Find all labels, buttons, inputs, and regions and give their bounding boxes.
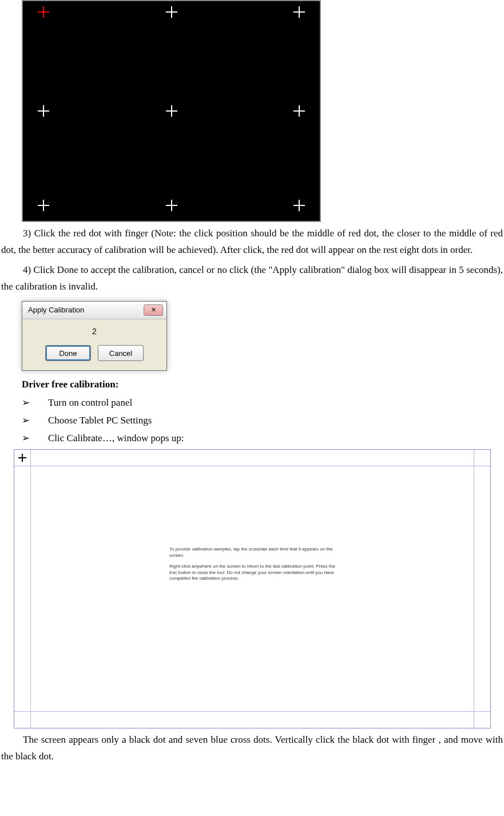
apply-calibration-dialog: Apply Calibration ✕ 2 Done Cancel bbox=[22, 301, 167, 371]
cancel-button[interactable]: Cancel bbox=[98, 345, 144, 361]
calibration-dot bbox=[38, 200, 49, 211]
calibration-dot-active bbox=[38, 6, 49, 18]
calibration-dot bbox=[293, 200, 305, 211]
close-button[interactable]: ✕ bbox=[144, 304, 163, 316]
list-item: Turn on control panel bbox=[22, 394, 504, 412]
calibration-dot bbox=[166, 105, 177, 117]
guide-line bbox=[14, 466, 490, 466]
calibration-dot bbox=[38, 105, 49, 117]
guide-line bbox=[474, 450, 474, 728]
instruction-final: The screen appears only a black dot and … bbox=[0, 732, 504, 765]
calibration-dot bbox=[166, 200, 177, 211]
dialog-title: Apply Calibration bbox=[28, 304, 84, 316]
instruction-line-2: Right-click anywhere on the screen to re… bbox=[169, 564, 335, 582]
countdown-value: 2 bbox=[27, 325, 162, 339]
list-item: Clic Calibrate…, window pops up: bbox=[22, 430, 504, 447]
guide-line bbox=[14, 711, 490, 712]
calibration-dot bbox=[166, 6, 177, 18]
close-icon: ✕ bbox=[151, 307, 156, 313]
done-button[interactable]: Done bbox=[45, 345, 91, 361]
instruction-step-4: 4) Click Done to accept the calibration,… bbox=[0, 262, 504, 295]
calibration-dot bbox=[293, 105, 305, 117]
windows-calibration-figure: To provide calibration samples, tap the … bbox=[14, 449, 491, 728]
list-item: Choose Tablet PC Settings bbox=[22, 412, 504, 430]
instruction-line-1: To provide calibration samples, tap the … bbox=[169, 546, 335, 559]
calibration-grid-figure bbox=[22, 0, 321, 222]
calibration-dot bbox=[293, 6, 305, 18]
instruction-step-3: 3) Click the red dot with finger (Note: … bbox=[0, 225, 504, 259]
guide-line bbox=[30, 450, 31, 728]
calibration-instructions: To provide calibration samples, tap the … bbox=[169, 546, 335, 587]
driver-free-heading: Driver free calibration: bbox=[22, 377, 504, 393]
driver-free-steps: Turn on control panel Choose Tablet PC S… bbox=[22, 394, 504, 447]
crosshair-icon bbox=[18, 454, 26, 462]
